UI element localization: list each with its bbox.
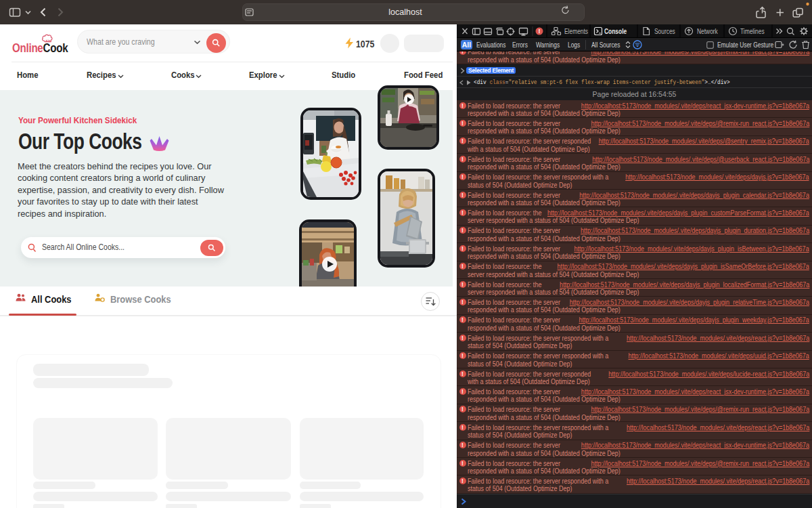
svg-text:!: ! — [539, 28, 541, 35]
